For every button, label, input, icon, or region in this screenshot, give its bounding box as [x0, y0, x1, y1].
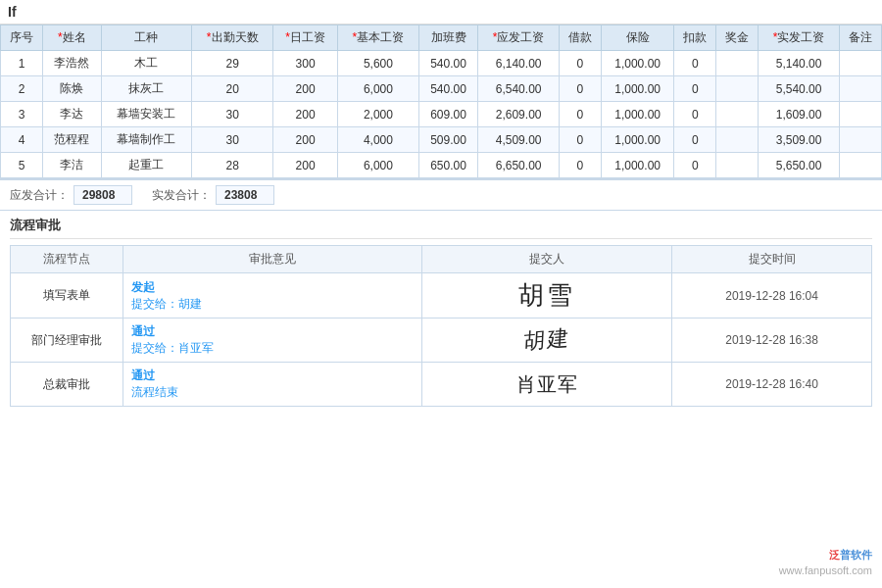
- actual-pay-value: 23808: [216, 185, 274, 205]
- table-cell: [839, 102, 881, 127]
- opinion-main: 通过: [131, 324, 155, 338]
- table-cell: 650.00: [418, 153, 478, 178]
- table-cell: 540.00: [418, 51, 478, 76]
- opinion-sub: 提交给：胡建: [131, 297, 202, 311]
- table-cell: 30: [192, 102, 273, 127]
- table-cell: 1,000.00: [601, 153, 673, 178]
- table-cell: 起重工: [101, 153, 192, 178]
- table-cell: 200: [273, 153, 338, 178]
- approval-row: 总裁审批通过流程结束肖亚军2019-12-28 16:40: [11, 363, 872, 407]
- approval-submitter-cell: 胡雪: [422, 273, 672, 318]
- table-cell: 6,000: [338, 153, 419, 178]
- table-cell: 1,000.00: [601, 127, 673, 153]
- table-cell: 609.00: [418, 102, 478, 127]
- col-shouldpay: *应发工资: [478, 25, 560, 51]
- table-cell: 幕墙安装工: [101, 102, 192, 127]
- table-cell: 幕墙制作工: [101, 127, 192, 153]
- table-cell: 509.00: [418, 127, 478, 153]
- col-overtime: 加班费: [418, 25, 478, 51]
- table-cell: 3: [1, 102, 43, 127]
- actual-pay-summary: 实发合计： 23808: [152, 185, 274, 205]
- table-cell: [839, 76, 881, 102]
- col-loan: 借款: [559, 25, 601, 51]
- table-cell: 30: [192, 127, 273, 153]
- approval-time-cell: 2019-12-28 16:38: [672, 318, 872, 363]
- approval-node-cell: 总裁审批: [11, 363, 123, 407]
- table-cell: 0: [559, 127, 601, 153]
- approval-col-node: 流程节点: [11, 246, 123, 273]
- opinion-main: 通过: [131, 368, 155, 382]
- col-seq: 序号: [1, 25, 43, 51]
- signature: 胡雪: [518, 281, 575, 310]
- table-row: 1李浩然木工293005,600540.006,140.0001,000.000…: [1, 51, 882, 76]
- table-cell: 1: [1, 51, 43, 76]
- approval-opinion-cell: 通过流程结束: [122, 363, 422, 407]
- col-remark: 备注: [839, 25, 881, 51]
- table-cell: [716, 76, 759, 102]
- approval-col-submitter: 提交人: [422, 246, 672, 273]
- page-header: If: [0, 0, 882, 24]
- table-header-row: 序号 *姓名 工种 *出勤天数 *日工资 *基本工资 加班费 *应发工资 借款 …: [1, 25, 882, 51]
- col-actualpay: *实发工资: [759, 25, 840, 51]
- approval-node-cell: 填写表单: [11, 273, 123, 318]
- table-cell: 5,650.00: [759, 153, 840, 178]
- approval-opinion-cell: 通过提交给：肖亚军: [122, 318, 422, 363]
- table-cell: 6,540.00: [478, 76, 560, 102]
- approval-time-cell: 2019-12-28 16:40: [672, 363, 872, 407]
- table-cell: 0: [674, 76, 716, 102]
- table-cell: 6,650.00: [478, 153, 560, 178]
- col-name: *姓名: [42, 25, 101, 51]
- table-cell: 20: [192, 76, 273, 102]
- signature: 胡建: [523, 323, 571, 357]
- opinion-sub: 流程结束: [131, 385, 178, 399]
- table-row: 5李洁起重工282006,000650.006,650.0001,000.000…: [1, 153, 882, 178]
- table-cell: 6,140.00: [478, 51, 560, 76]
- table-cell: 1,000.00: [601, 102, 673, 127]
- col-workdays: *出勤天数: [192, 25, 273, 51]
- table-cell: 1,000.00: [601, 51, 673, 76]
- table-cell: [716, 153, 759, 178]
- col-bonus: 奖金: [716, 25, 759, 51]
- table-cell: [839, 127, 881, 153]
- salary-section: 序号 *姓名 工种 *出勤天数 *日工资 *基本工资 加班费 *应发工资 借款 …: [0, 24, 882, 180]
- table-cell: 0: [559, 51, 601, 76]
- watermark-url: www.fanpusoft.com: [779, 564, 872, 578]
- table-cell: 范程程: [42, 127, 101, 153]
- table-cell: 2,609.00: [478, 102, 560, 127]
- approval-time-cell: 2019-12-28 16:04: [672, 273, 872, 318]
- should-pay-label: 应发合计：: [10, 187, 69, 204]
- table-cell: 0: [674, 102, 716, 127]
- table-row: 2陈焕抹灰工202006,000540.006,540.0001,000.000…: [1, 76, 882, 102]
- watermark: 泛普泛普软件软件 www.fanpusoft.com: [779, 548, 872, 578]
- table-cell: 0: [674, 51, 716, 76]
- col-basewage: *基本工资: [338, 25, 419, 51]
- table-cell: 0: [559, 102, 601, 127]
- summary-row: 应发合计： 29808 实发合计： 23808: [0, 180, 882, 211]
- table-cell: 5,540.00: [759, 76, 840, 102]
- table-cell: 200: [273, 102, 338, 127]
- table-cell: 6,000: [338, 76, 419, 102]
- table-cell: 0: [674, 153, 716, 178]
- table-cell: 陈焕: [42, 76, 101, 102]
- approval-header-row: 流程节点 审批意见 提交人 提交时间: [11, 246, 872, 273]
- table-cell: 4: [1, 127, 43, 153]
- should-pay-value: 29808: [74, 185, 132, 205]
- table-cell: [839, 153, 881, 178]
- approval-col-opinion: 审批意见: [122, 246, 422, 273]
- table-cell: 3,509.00: [759, 127, 840, 153]
- approval-section: 流程审批 流程节点 审批意见 提交人 提交时间 填写表单发起提交给：胡建胡雪20…: [0, 211, 882, 413]
- should-pay-summary: 应发合计： 29808: [10, 185, 132, 205]
- col-job: 工种: [101, 25, 192, 51]
- watermark-brand: 泛普泛普软件软件: [779, 548, 872, 563]
- table-cell: 0: [674, 127, 716, 153]
- table-cell: 200: [273, 76, 338, 102]
- salary-table: 序号 *姓名 工种 *出勤天数 *日工资 *基本工资 加班费 *应发工资 借款 …: [0, 24, 882, 178]
- approval-row: 部门经理审批通过提交给：肖亚军胡建2019-12-28 16:38: [11, 318, 872, 363]
- approval-table: 流程节点 审批意见 提交人 提交时间 填写表单发起提交给：胡建胡雪2019-12…: [10, 245, 872, 407]
- table-cell: 28: [192, 153, 273, 178]
- table-cell: 1,609.00: [759, 102, 840, 127]
- approval-submitter-cell: 肖亚军: [422, 363, 672, 407]
- approval-submitter-cell: 胡建: [422, 318, 672, 363]
- table-cell: 5: [1, 153, 43, 178]
- table-cell: 300: [273, 51, 338, 76]
